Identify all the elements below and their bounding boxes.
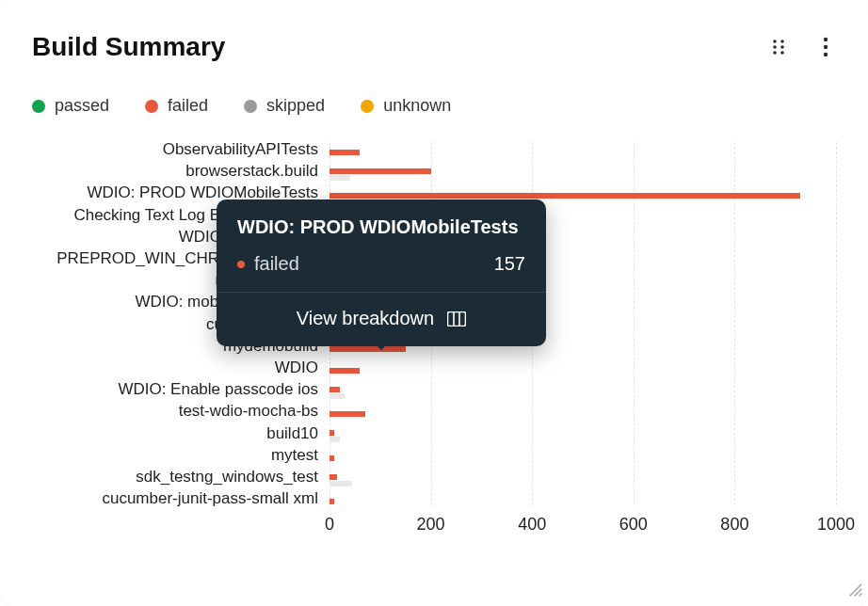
bar-row[interactable]	[330, 470, 352, 490]
svg-rect-9	[448, 311, 466, 326]
view-breakdown-button[interactable]: View breakdown	[217, 293, 546, 346]
page-title: Build Summary	[32, 32, 225, 62]
bar-segment-skipped[interactable]	[330, 393, 345, 399]
bar-segment-failed[interactable]	[330, 411, 365, 417]
bar-segment-skipped[interactable]	[330, 175, 350, 181]
y-tick-label: ObservabilityAPITests	[163, 140, 326, 159]
dot-icon	[32, 100, 45, 113]
grid-line	[836, 142, 837, 505]
dot-icon	[145, 100, 158, 113]
bar-row[interactable]	[330, 382, 345, 403]
bar-row[interactable]	[330, 426, 340, 447]
legend-item-passed[interactable]: passed	[32, 96, 109, 116]
bar-segment-failed[interactable]	[330, 368, 360, 374]
bar-row[interactable]	[330, 360, 360, 381]
x-tick-label: 200	[417, 515, 445, 534]
x-tick-label: 400	[518, 515, 546, 534]
bar-segment-failed[interactable]	[330, 150, 360, 155]
card-header: Build Summary	[32, 32, 836, 62]
chart-tooltip: WDIO: PROD WDIOMobileTests failed 157 Vi…	[217, 199, 546, 346]
bar-segment-failed[interactable]	[330, 387, 340, 392]
tooltip-row: failed 157	[217, 247, 546, 292]
svg-point-0	[773, 40, 777, 43]
dot-icon	[361, 100, 374, 113]
columns-icon	[447, 311, 466, 327]
bar-segment-failed[interactable]	[330, 168, 431, 174]
bar-segment-failed[interactable]	[330, 193, 800, 199]
bar-row[interactable]	[330, 164, 431, 184]
header-actions	[768, 37, 836, 57]
dot-icon	[244, 100, 257, 113]
legend-label: skipped	[266, 96, 325, 116]
tooltip-status-value: 157	[494, 253, 525, 275]
x-tick-label: 1000	[817, 515, 855, 534]
bar-row[interactable]	[330, 448, 334, 469]
x-tick-label: 800	[720, 515, 748, 534]
bar-segment-failed[interactable]	[330, 499, 334, 504]
bar-segment-skipped[interactable]	[330, 481, 352, 486]
legend-label: passed	[55, 96, 109, 116]
build-summary-card: Build Summary passed failed skipped unkn…	[0, 0, 868, 606]
bar-row[interactable]	[330, 142, 360, 163]
svg-point-1	[780, 40, 784, 43]
bar-segment-failed[interactable]	[330, 346, 406, 352]
legend-label: unknown	[383, 96, 451, 116]
tooltip-status-label: failed	[254, 253, 299, 275]
x-tick-label: 600	[619, 515, 648, 534]
legend-item-skipped[interactable]: skipped	[244, 96, 325, 116]
legend-item-failed[interactable]: failed	[145, 96, 208, 116]
bar-segment-failed[interactable]	[330, 430, 334, 436]
svg-point-3	[780, 45, 784, 49]
tooltip-title: WDIO: PROD WDIOMobileTests	[217, 199, 546, 247]
svg-point-6	[824, 38, 828, 41]
y-tick-label: cucumber-junit-pass-small xml	[102, 489, 326, 508]
resize-grip-icon[interactable]	[849, 583, 862, 600]
svg-point-2	[773, 45, 777, 49]
legend-label: failed	[168, 96, 208, 116]
svg-point-5	[780, 51, 784, 55]
y-tick-label: WDIO: Enable passcode ios	[118, 380, 326, 399]
y-tick-label: build10	[266, 424, 326, 443]
bar-row[interactable]	[330, 404, 365, 424]
y-tick-label: mytest	[271, 446, 326, 465]
x-axis: 02004006008001000	[330, 509, 804, 537]
bar-segment-skipped[interactable]	[330, 437, 340, 442]
more-menu-icon[interactable]	[815, 37, 836, 57]
svg-point-4	[773, 51, 777, 55]
dot-icon	[237, 261, 245, 268]
x-tick-label: 0	[325, 515, 334, 534]
drag-handle-icon[interactable]	[768, 37, 789, 57]
y-tick-label: browserstack.build	[185, 162, 326, 181]
chart-legend: passed failed skipped unknown	[32, 96, 836, 116]
bar-segment-failed[interactable]	[330, 474, 337, 480]
svg-point-7	[824, 45, 828, 49]
y-tick-label: sdk_testng_windows_test	[136, 468, 326, 486]
y-tick-label: WDIO	[275, 359, 326, 377]
bar-segment-failed[interactable]	[330, 455, 334, 461]
tooltip-action-label: View breakdown	[297, 308, 434, 329]
y-tick-label: test-wdio-mocha-bs	[179, 402, 326, 421]
legend-item-unknown[interactable]: unknown	[361, 96, 451, 116]
svg-point-8	[824, 53, 828, 56]
